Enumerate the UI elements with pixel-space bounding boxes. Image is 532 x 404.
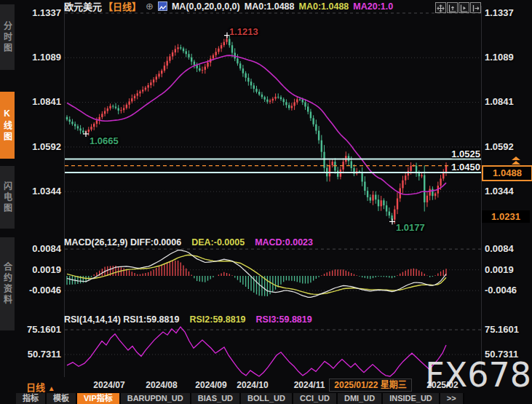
price-tick-right: 1.1337	[485, 7, 531, 18]
sidebar-tab-3[interactable]: 闪电图	[0, 166, 15, 229]
date-label: 2025/02	[426, 380, 458, 390]
macd-dea-value: DEA:-0.0005	[191, 237, 245, 247]
price-tick-right: 1.1089	[485, 52, 531, 63]
toolbar-item-inside_ud[interactable]: INSIDE_UD	[383, 393, 440, 404]
toolbar-item-[interactable]: 指标	[16, 393, 47, 404]
highlighted-date-box: 2025/01/22 星期三	[329, 379, 412, 392]
date-label: 2024/07	[93, 380, 124, 390]
resistance-level-label: 1.0525	[393, 148, 480, 159]
toolbar-item-barupdn_ud[interactable]: BARUPDN_UD	[121, 393, 191, 404]
date-label: 2024/10	[237, 380, 268, 390]
toolbar-item-bias_ud[interactable]: BIAS_UD	[191, 393, 241, 404]
pan-tool-button[interactable]	[435, 2, 446, 13]
macd-title: MACD(26,12,9) DIFF:0.0006	[64, 237, 181, 247]
period-arrow-icon: ▲	[48, 384, 55, 392]
price-tick-left: 1.1337	[22, 7, 61, 18]
toolbar-item-dmi_ud[interactable]: DMI_UD	[338, 393, 383, 404]
date-label: 2024/08	[146, 380, 177, 390]
ma-settings-label: MA(0,0,20,0,0,0)	[172, 1, 240, 12]
macd-tick-left: -0.0046	[22, 285, 61, 296]
swing-high-annotation: 1.1213	[229, 26, 258, 37]
macd-tick-left: 0.0084	[22, 243, 61, 254]
ma0-value-white: MA0:1.0488	[245, 1, 295, 12]
swing-low-recent-annotation: 1.0177	[396, 222, 425, 233]
period-selector[interactable]: 日线 ▲	[26, 380, 55, 394]
price-tick-left: 1.0344	[22, 186, 61, 197]
scroll-latest-button[interactable]	[458, 2, 469, 13]
toolbar-item-vip[interactable]: VIP指标	[77, 393, 121, 404]
chart-header: 欧元美元【日线】 ⊕ MA(0,0,20,0,0,0) MA0:1.0488 M…	[64, 1, 393, 12]
current-price-box: 1.0488	[482, 165, 532, 181]
price-tick-left: 1.1089	[22, 52, 61, 63]
rsi-tick-right: 75.1601	[485, 324, 531, 335]
swing-low-mid-annotation: 1.0665	[90, 135, 119, 146]
latest-price-marker-icon[interactable]	[512, 161, 520, 165]
rsi-tick-left: 50.7311	[22, 349, 61, 360]
toolbar-item-[interactable]: 模板	[47, 393, 77, 404]
rsi-header: RSI(14,14,14) RSI1:59.8819 RSI2:59.8819 …	[64, 314, 312, 325]
price-tick-left: 1.0841	[22, 96, 61, 107]
macd-macd-value: MACD:0.0023	[255, 237, 313, 247]
period-label: 日线	[26, 382, 45, 393]
macd-tick-left: 0.0019	[22, 264, 61, 275]
price-tick-left: 1.0592	[22, 141, 61, 152]
fit-vertical-button[interactable]	[447, 2, 458, 13]
low-axis-label: 1.0231	[482, 210, 530, 223]
date-label: 2024/09	[195, 380, 226, 390]
price-tick-right: 1.0592	[485, 141, 531, 152]
rsi-title: RSI(14,14,14) RSI1:59.8819	[64, 314, 179, 325]
support-level-label: 1.0450	[393, 162, 480, 173]
ma20-value: MA20:1.0	[353, 1, 393, 12]
symbol-name: 欧元美元	[64, 0, 102, 13]
period-tag: 【日线】	[103, 0, 141, 13]
rsi-tick-right: 50.7311	[485, 349, 531, 360]
trading-app-window: 分时图K线图闪电图合约资料 欧元美元【日线】 ⊕ MA(0,0,20,0,0,0…	[0, 0, 532, 404]
macd-tick-right: 0.0019	[485, 264, 531, 275]
rsi3-value: RSI3:59.8819	[256, 314, 312, 325]
add-indicator-icon[interactable]: ⊕	[146, 1, 154, 11]
sidebar-tab-1[interactable]: 分时图	[0, 4, 15, 70]
rsi2-value: RSI2:59.8819	[189, 314, 245, 325]
chart-type-icon[interactable]	[158, 1, 167, 11]
left-sidebar: 分时图K线图闪电图合约资料	[0, 0, 15, 404]
macd-tick-right: -0.0046	[485, 285, 531, 296]
chart-canvas[interactable]	[0, 0, 532, 404]
toolbar-item-cci_ud[interactable]: CCI_UD	[293, 393, 338, 404]
latest-price-marker-icon[interactable]	[512, 157, 520, 160]
macd-tick-right: 0.0084	[485, 243, 531, 254]
toolbar-item-boll_ud[interactable]: BOLL_UD	[241, 393, 293, 404]
price-tick-right: 1.0841	[485, 96, 531, 107]
price-tick-right: 1.0344	[485, 186, 531, 197]
rsi-tick-left: 75.1601	[22, 324, 61, 335]
macd-header: MACD(26,12,9) DIFF:0.0006 DEA:-0.0005 MA…	[64, 237, 313, 247]
ma0-value-yellow: MA0:1.0488	[299, 1, 349, 12]
sidebar-tab-4[interactable]: 合约资料	[0, 237, 15, 330]
sidebar-tab-2[interactable]: K线图	[0, 92, 15, 159]
toolbar-item-[interactable]: >>	[440, 393, 464, 404]
bottom-toolbar: 指标模板VIP指标BARUPDN_UDBIAS_UDBOLL_UDCCI_UDD…	[16, 393, 464, 404]
shift-right-button[interactable]	[470, 2, 481, 13]
date-label: 2024/11	[294, 380, 325, 390]
